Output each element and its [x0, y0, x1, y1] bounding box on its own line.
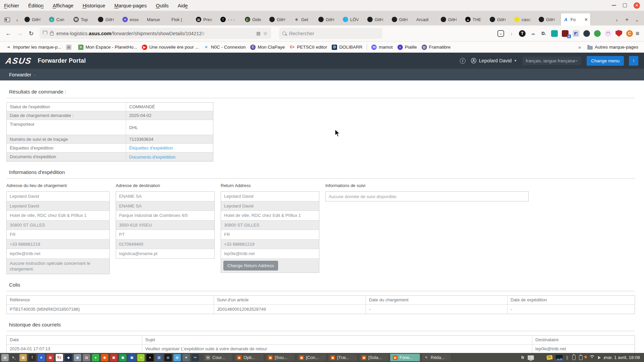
taskbar-window-button[interactable]: ▣ [Trai...: [328, 354, 358, 361]
taskbar-window-button[interactable]: ▣ [Con...: [297, 354, 326, 361]
launcher-icon[interactable]: ▣: [128, 354, 136, 361]
bookmark-item[interactable]: C Mon ClaPaye: [248, 44, 287, 51]
browser-tab[interactable]: GitH ✕: [536, 13, 561, 25]
launcher-icon[interactable]: ▤: [83, 354, 90, 361]
scroll-top-button[interactable]: ↑: [629, 56, 638, 66]
launcher-icon[interactable]: ✂: [192, 354, 199, 361]
browser-tab[interactable]: ✕ esse ✕: [120, 13, 145, 25]
back-button[interactable]: ←: [3, 28, 14, 39]
extension-icon[interactable]: ☁: [530, 30, 536, 37]
bookmarks-overflow-icon[interactable]: »: [578, 44, 581, 50]
launcher-icon[interactable]: ▣: [119, 354, 126, 361]
launcher-icon[interactable]: ◎: [164, 354, 172, 361]
forwarder-menu[interactable]: Forwarder: [9, 72, 31, 77]
language-select[interactable]: français, langue française: [522, 56, 582, 66]
reload-button[interactable]: ↻: [25, 28, 37, 39]
browser-tab[interactable]: GitH ✕: [22, 13, 47, 25]
browser-tab[interactable]: ♥ LÖV ✕: [340, 13, 365, 25]
browser-tab[interactable]: ▦ Pres ✕: [194, 13, 218, 25]
launcher-icon[interactable]: ▥: [155, 354, 163, 361]
other-bookmarks[interactable]: Autres marque-pages: [585, 44, 641, 51]
minimize-button[interactable]: [612, 5, 616, 6]
menu-item[interactable]: Aide: [178, 3, 188, 8]
launcher-icon[interactable]: ◍: [173, 354, 181, 361]
lock-icon[interactable]: [50, 33, 54, 36]
bookmark-item[interactable]: ✦ Mon Espace - PlanetHo...: [76, 44, 140, 51]
taskbar-window-button[interactable]: ◉ Opti...: [234, 354, 264, 361]
menu-item[interactable]: Historique: [83, 3, 105, 8]
volume-icon[interactable]: [598, 356, 601, 359]
launcher-icon[interactable]: >_: [10, 354, 18, 361]
menu-item[interactable]: Affichage: [53, 3, 73, 8]
menu-item[interactable]: Fichier: [4, 3, 19, 8]
extension-icon[interactable]: ◠: [605, 30, 611, 37]
system-monitor-icon[interactable]: ▂▅▃▆▄: [556, 355, 562, 360]
browser-tab[interactable]: W Top ✕: [71, 13, 96, 25]
browser-tab[interactable]: GitH ✕: [389, 13, 414, 25]
close-button[interactable]: ✕: [634, 2, 640, 9]
bookmark-item[interactable]: [365, 44, 369, 50]
browser-tab[interactable]: GitH ✕: [487, 13, 512, 25]
launcher-icon[interactable]: Fz: [56, 354, 63, 361]
launcher-icon[interactable]: ◉: [74, 354, 81, 361]
launcher-icon[interactable]: ◉: [101, 354, 108, 361]
browser-tab[interactable]: Arcadi ✕: [414, 13, 438, 25]
browser-tab[interactable]: casc ✕: [512, 13, 536, 25]
extension-icon[interactable]: D.: [540, 30, 547, 37]
change-return-address-button[interactable]: Change Return Address: [223, 261, 278, 270]
browser-tab[interactable]: ◗ Con ✕: [47, 13, 71, 25]
user-menu[interactable]: Lepolard David ▼: [471, 58, 517, 64]
launcher-icon[interactable]: ◆: [65, 354, 72, 361]
reader-view-icon[interactable]: ▤: [256, 31, 260, 36]
wifi-icon[interactable]: [589, 355, 595, 360]
browser-tab[interactable]: A Fo ✕: [561, 13, 590, 25]
menu-item[interactable]: Marque-pages: [114, 3, 147, 8]
tracking-protection-icon[interactable]: [43, 31, 47, 36]
battery-icon[interactable]: [572, 355, 576, 360]
taskbar-window-button[interactable]: ✉ Cour...: [203, 354, 233, 361]
taskbar-window-button[interactable]: ▣ [Sou...: [265, 354, 295, 361]
launcher-icon[interactable]: »: [146, 354, 154, 361]
browser-tab[interactable]: GitH ✕: [438, 13, 463, 25]
info-icon[interactable]: i: [460, 58, 466, 64]
search-input[interactable]: [289, 31, 379, 36]
bookmark-item[interactable]: D DOLIBARR: [329, 44, 365, 51]
browser-tab[interactable]: GitH ✕: [365, 13, 389, 25]
keyboard-layout-indicator[interactable]: fr: [521, 355, 524, 360]
app-menu-icon[interactable]: ≡: [636, 30, 639, 37]
taskbar-window-button[interactable]: ▣ [Sola...: [359, 354, 389, 361]
extension-icon[interactable]: ↓: [508, 30, 515, 37]
launcher-icon[interactable]: ▣: [110, 354, 117, 361]
launcher-icon[interactable]: ◑: [137, 354, 145, 361]
bookmark-star-icon[interactable]: ☆: [263, 31, 268, 37]
scroll-tabs-left-button[interactable]: ‹: [12, 14, 22, 25]
new-tab-button[interactable]: +: [622, 14, 632, 25]
taskbar-window-button[interactable]: ✎ Réda...: [421, 354, 451, 361]
extension-icon[interactable]: [615, 30, 622, 37]
browser-tab[interactable]: ✻ Get ✕: [291, 13, 316, 25]
extension-icon[interactable]: ⌄: [497, 30, 504, 37]
browser-tab[interactable]: GitH ✕: [267, 13, 291, 25]
taskbar-window-button[interactable]: ◉ Forw...: [390, 354, 420, 361]
launcher-icon[interactable]: ▦: [19, 354, 27, 361]
extension-icon[interactable]: ◩: [573, 30, 579, 37]
display-settings-icon[interactable]: [528, 355, 534, 360]
tab-close-icon[interactable]: ✕: [584, 17, 588, 22]
bookmark-item[interactable]: ⇥ Importer les marque-p...: [3, 44, 64, 51]
browser-tab[interactable]: GitH ✕: [316, 13, 340, 25]
bookmark-item[interactable]: ▣: [64, 44, 76, 51]
browser-tab[interactable]: ! - - - ✕: [218, 13, 243, 25]
clipboard-icon[interactable]: [579, 355, 583, 360]
maximize-button[interactable]: [623, 3, 627, 7]
bookmark-item[interactable]: m mamot: [369, 44, 395, 51]
menu-item[interactable]: Édition: [28, 3, 44, 8]
extension-icon[interactable]: [583, 30, 590, 37]
bookmark-item[interactable]: C= PETSCII editor: [287, 44, 329, 51]
forward-button[interactable]: →: [14, 28, 25, 39]
launcher-icon[interactable]: ◍: [1, 354, 9, 361]
launcher-icon[interactable]: !: [29, 354, 36, 361]
change-menu-button[interactable]: Change menu: [587, 56, 624, 66]
extension-icon[interactable]: [551, 30, 558, 37]
bookmark-item[interactable]: ❋ N0C - Connexion: [201, 44, 248, 51]
extension-icon[interactable]: C: [626, 30, 633, 37]
